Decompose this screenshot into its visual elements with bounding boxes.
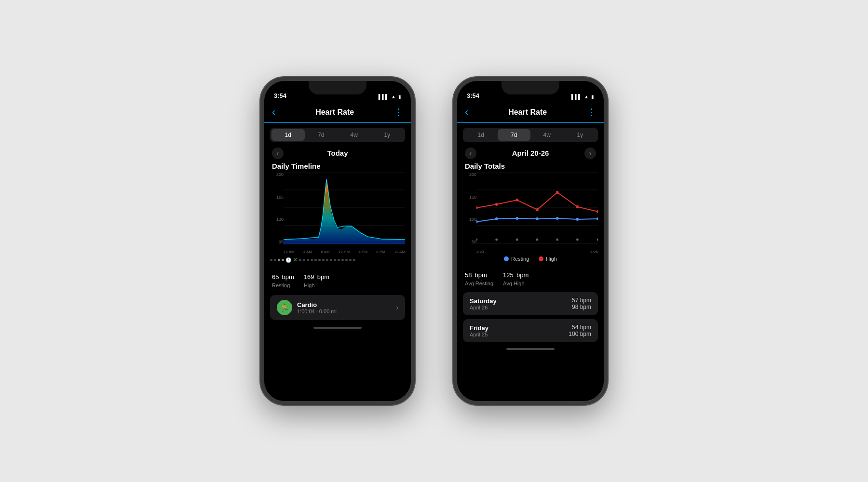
avg-high-label: Avg High: [503, 281, 529, 286]
phone-1: 3:54 ▌▌▌ ▲ ▮ ‹ Heart Rate ⋮ 1d 7d 4w 1y …: [260, 77, 415, 405]
dot-8: [311, 259, 313, 261]
tab-1d-2[interactable]: 1d: [464, 129, 498, 141]
svg-point-26: [516, 239, 518, 241]
dot-19: [353, 259, 355, 261]
tab-4w-2[interactable]: 4w: [530, 129, 564, 141]
stat-avg-high: 125 bpm Avg High: [503, 268, 529, 286]
dot-10: [318, 259, 321, 261]
dot-1: [270, 259, 272, 261]
avg-resting-label: Avg Resting: [465, 281, 493, 286]
svg-point-18: [495, 217, 498, 220]
svg-point-21: [556, 217, 559, 220]
dot-18: [349, 259, 352, 261]
day-name-friday: Friday: [470, 324, 488, 332]
chart-y-labels-2: 200 150 100 50: [463, 172, 476, 244]
svg-point-23: [597, 217, 598, 220]
day-stats-friday: 54 bpm 100 bpm: [569, 324, 591, 337]
svg-point-17: [476, 220, 478, 223]
svg-point-27: [536, 239, 539, 241]
period-tabs-1: 1d 7d 4w 1y: [270, 128, 405, 142]
signal-icon-2: ▌▌▌: [571, 94, 582, 99]
y-label-200-2: 200: [463, 172, 476, 177]
dot-14: [334, 259, 336, 261]
legend-label-resting: Resting: [511, 256, 529, 262]
high-label-1: High: [304, 282, 329, 288]
battery-icon-2: ▮: [591, 94, 594, 99]
legend-dot-high: [539, 256, 543, 261]
dot-2: [274, 259, 276, 261]
activity-name-1: Cardio: [297, 301, 337, 308]
day-date-saturday: April 26: [470, 305, 497, 310]
legend-row-2: Resting High: [457, 254, 604, 264]
tab-1y-1[interactable]: 1y: [371, 129, 404, 141]
stat-avg-resting: 58 bpm Avg Resting: [465, 268, 493, 286]
svg-point-24: [476, 239, 477, 241]
menu-button-1[interactable]: ⋮: [394, 107, 403, 118]
day-stat2-friday: 100 bpm: [569, 331, 591, 337]
tab-1y-2[interactable]: 1y: [564, 129, 597, 141]
activity-icon-1: 🏃: [277, 300, 292, 315]
nav-row-2: ‹ April 20-26 ›: [457, 147, 604, 159]
legend-dot-resting: [504, 256, 509, 261]
activity-card-1[interactable]: 🏃 Cardio 1:00:04 · 0.00 mi ›: [270, 295, 405, 320]
chart-area-1: 200 165 130 95: [270, 172, 405, 254]
day-row-saturday[interactable]: Saturday April 26 57 bpm 98 bpm: [463, 292, 598, 315]
dot-11: [322, 259, 325, 261]
x-label-4: 4 PM: [358, 250, 367, 254]
status-icons-1: ▌▌▌ ▲ ▮: [379, 94, 401, 99]
resting-value-1: 65 bpm: [272, 269, 294, 282]
legend-resting: Resting: [504, 256, 529, 262]
svg-point-15: [576, 205, 579, 208]
resting-label-1: Resting: [272, 282, 294, 288]
clock-icon: 🕐: [285, 257, 291, 263]
stat-resting-1: 65 bpm Resting: [272, 269, 294, 288]
header-title-2: Heart Rate: [508, 108, 547, 117]
y-label-100-2: 100: [463, 217, 476, 222]
x-label-2: 8 AM: [321, 250, 329, 254]
y-label-165-1: 165: [270, 195, 284, 200]
nav-row-1: ‹ Today: [264, 147, 411, 159]
dot-7: [307, 259, 309, 261]
svg-point-19: [515, 217, 518, 220]
activity-arrow-1: ›: [396, 304, 398, 311]
x-label-3: 12 PM: [339, 250, 350, 254]
tab-7d-1[interactable]: 7d: [305, 129, 338, 141]
avg-resting-value: 58 bpm: [465, 268, 493, 280]
period-tabs-2: 1d 7d 4w 1y: [463, 128, 598, 142]
legend-high: High: [539, 256, 557, 262]
svg-point-13: [536, 208, 539, 211]
chart-y-labels-1: 200 165 130 95: [270, 172, 284, 244]
tab-7d-2[interactable]: 7d: [498, 129, 531, 141]
y-label-130-1: 130: [270, 217, 284, 222]
day-stats-saturday: 57 bpm 98 bpm: [572, 297, 591, 310]
tab-4w-1[interactable]: 4w: [338, 129, 371, 141]
phone-2: 3:54 ▌▌▌ ▲ ▮ ‹ Heart Rate ⋮ 1d 7d 4w 1y …: [453, 77, 608, 405]
wifi-icon-1: ▲: [391, 94, 396, 99]
section-title-2: Daily Totals: [457, 159, 604, 172]
notch-1: [309, 81, 366, 94]
back-button-2[interactable]: ‹: [465, 106, 468, 119]
menu-button-2[interactable]: ⋮: [587, 107, 596, 118]
x-label-5: 8 PM: [376, 250, 385, 254]
day-stat2-saturday: 98 bpm: [572, 304, 591, 310]
activity-info-1: Cardio 1:00:04 · 0.00 mi: [297, 301, 337, 314]
svg-point-11: [495, 203, 498, 206]
day-info-saturday: Saturday April 26: [470, 297, 497, 310]
nav-prev-2[interactable]: ‹: [465, 147, 476, 159]
x-label-1: 4 AM: [303, 250, 312, 254]
chart-svg-1: [284, 172, 405, 244]
nav-next-2[interactable]: ›: [584, 147, 596, 159]
chart-area-2: 200 150 100 50: [463, 172, 598, 254]
y-label-150-2: 150: [463, 195, 476, 200]
day-row-friday[interactable]: Friday April 25 54 bpm 100 bpm: [463, 319, 598, 342]
chart-svg-2: [476, 172, 598, 244]
back-button-1[interactable]: ‹: [272, 106, 275, 119]
svg-point-12: [515, 199, 518, 201]
day-stat1-saturday: 57 bpm: [572, 297, 591, 304]
dot-12: [326, 259, 328, 261]
nav-prev-1[interactable]: ‹: [272, 147, 284, 159]
tab-1d-1[interactable]: 1d: [271, 129, 305, 141]
svg-point-14: [556, 191, 559, 194]
header-title-1: Heart Rate: [315, 108, 354, 117]
stat-high-1: 169 bpm High: [304, 269, 329, 288]
